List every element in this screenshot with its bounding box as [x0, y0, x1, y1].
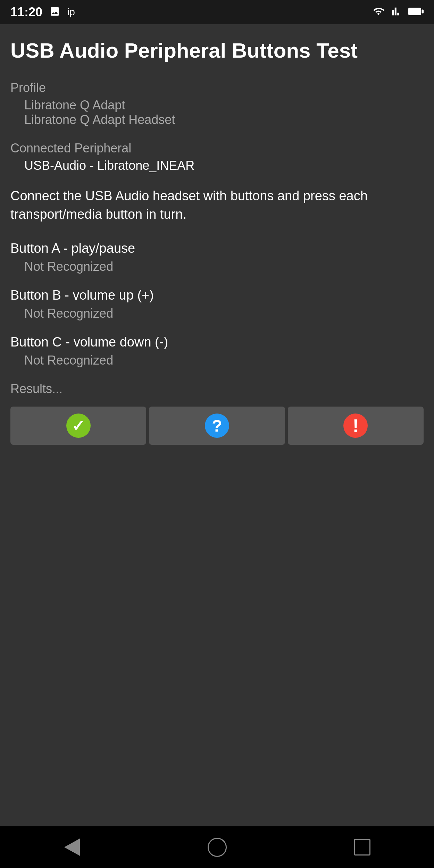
connected-peripheral-label: Connected Peripheral [10, 141, 424, 156]
status-time: 11:20 [10, 5, 42, 19]
question-circle-icon [205, 414, 229, 438]
profile-label: Profile [10, 81, 424, 95]
svg-rect-1 [422, 10, 424, 14]
button-a-label: Button A - play/pause [10, 241, 424, 256]
battery-icon [408, 7, 424, 18]
button-a-section: Button A - play/pause Not Recognized [10, 241, 424, 274]
button-b-label: Button B - volume up (+) [10, 288, 424, 303]
ip-label: ip [67, 7, 75, 18]
nav-home-button[interactable] [208, 838, 227, 857]
page-title: USB Audio Peripheral Buttons Test [10, 38, 424, 63]
connected-peripheral-value: USB-Audio - Libratone_INEAR [10, 158, 424, 173]
signal-icon [392, 6, 402, 18]
nav-back-button[interactable] [64, 838, 81, 856]
profile-item-1: Libratone Q Adapt Headset [10, 112, 424, 127]
button-c-label: Button C - volume down (-) [10, 335, 424, 350]
nav-recent-button[interactable] [354, 839, 370, 856]
svg-rect-0 [408, 8, 421, 15]
button-b-status: Not Recognized [10, 306, 424, 321]
image-icon [49, 6, 60, 18]
main-content: USB Audio Peripheral Buttons Test Profil… [0, 24, 434, 826]
check-circle-icon [66, 414, 91, 438]
nav-bar [0, 826, 434, 868]
button-c-status: Not Recognized [10, 353, 424, 368]
fail-button[interactable] [288, 407, 424, 445]
pass-button[interactable] [10, 407, 146, 445]
status-bar-right [372, 6, 424, 18]
connected-peripheral-section: Connected Peripheral USB-Audio - Librato… [10, 141, 424, 173]
profile-item-0: Libratone Q Adapt [10, 98, 424, 112]
button-c-section: Button C - volume down (-) Not Recognize… [10, 335, 424, 368]
action-buttons [10, 407, 424, 445]
button-a-status: Not Recognized [10, 259, 424, 274]
wifi-icon [372, 6, 385, 18]
status-bar: 11:20 ip [0, 0, 434, 24]
profile-section: Profile Libratone Q Adapt Libratone Q Ad… [10, 81, 424, 127]
skip-button[interactable] [149, 407, 285, 445]
status-bar-left: 11:20 ip [10, 5, 75, 19]
instruction-text: Connect the USB Audio headset with butto… [10, 187, 424, 224]
results-label: Results... [10, 382, 424, 396]
button-b-section: Button B - volume up (+) Not Recognized [10, 288, 424, 321]
exclamation-circle-icon [343, 414, 368, 438]
